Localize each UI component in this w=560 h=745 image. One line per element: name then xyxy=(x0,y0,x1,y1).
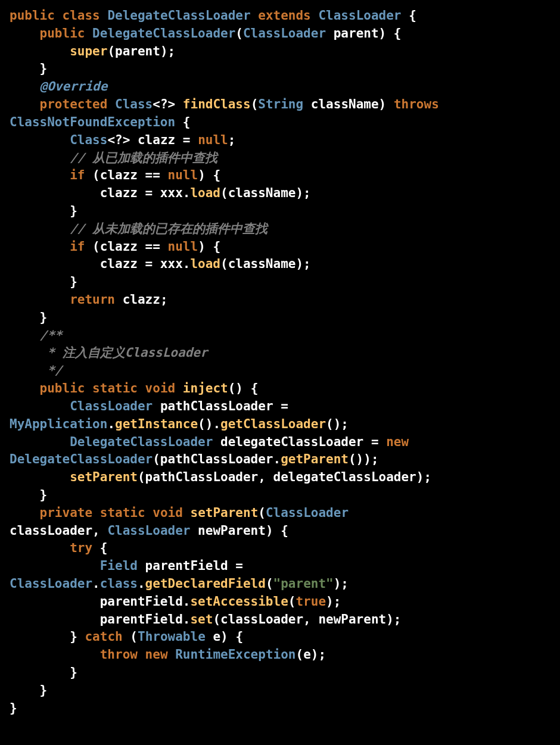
keyword-catch: catch xyxy=(85,629,122,644)
var: pathClassLoader = xyxy=(160,399,288,413)
args: (className); xyxy=(220,186,311,200)
comment: */ xyxy=(40,363,63,378)
method-call: setParent xyxy=(70,470,138,484)
assign: clazz = xxx. xyxy=(100,257,191,271)
args: (className); xyxy=(220,257,311,271)
method-call: getParent xyxy=(281,452,349,466)
paren: ) xyxy=(379,97,387,111)
param: newParent) { xyxy=(198,523,288,538)
literal-null: null xyxy=(168,239,198,254)
dot: . xyxy=(92,576,100,591)
type-name: Field xyxy=(100,559,138,573)
paren: ( xyxy=(258,506,266,520)
method-call: getInstance xyxy=(115,417,198,431)
type-name: Class xyxy=(115,97,153,111)
type-name: RuntimeException xyxy=(175,647,295,662)
method-call: set xyxy=(190,612,213,626)
param: parent xyxy=(334,26,379,40)
var: parentField. xyxy=(100,612,191,626)
type-name: DelegateClassLoader xyxy=(10,452,153,466)
brace: } xyxy=(10,701,17,715)
args: (classLoader, newParent); xyxy=(213,612,401,626)
method-call: getClassLoader xyxy=(220,417,326,431)
keyword-class: class xyxy=(63,8,100,23)
brace: } xyxy=(40,683,48,697)
type-name: ClassNotFoundException xyxy=(10,115,175,129)
brace: } xyxy=(70,275,77,289)
keyword-static: static xyxy=(100,506,145,520)
var: parentField. xyxy=(100,594,191,609)
var: delegateClassLoader = xyxy=(220,435,379,449)
method-name: setParent xyxy=(191,506,259,520)
super-call: super xyxy=(70,44,107,58)
type-name: ClassLoader xyxy=(10,576,92,591)
args: (pathClassLoader, delegateClassLoader); xyxy=(138,470,431,484)
paren: ) { xyxy=(379,26,402,40)
keyword-public: public xyxy=(40,26,85,40)
method-call: getDeclaredField xyxy=(145,576,266,591)
keyword-new: new xyxy=(386,435,409,449)
brace: } xyxy=(40,310,48,325)
brace: { xyxy=(183,115,191,129)
brace: { xyxy=(409,8,416,23)
param: e) { xyxy=(213,629,243,644)
keyword-void: void xyxy=(153,506,183,520)
keyword-if: if xyxy=(70,239,85,254)
comment: * 注入自定义ClassLoader xyxy=(40,345,208,360)
type-name: ClassLoader xyxy=(243,26,326,40)
param: className xyxy=(311,97,379,111)
args: (parent); xyxy=(107,44,175,58)
type-name: MyApplication xyxy=(10,417,107,431)
brace: { xyxy=(100,541,108,555)
keyword-extends: extends xyxy=(258,8,311,23)
paren: ( xyxy=(288,594,296,609)
method-call: load xyxy=(190,257,220,271)
dot: . xyxy=(107,417,115,431)
paren: (); xyxy=(326,417,349,431)
method-name: inject xyxy=(183,381,228,395)
method-call: load xyxy=(190,186,220,200)
method-call: setAccessible xyxy=(190,594,288,609)
keyword-void: void xyxy=(145,381,176,395)
keyword-throws: throws xyxy=(394,97,439,111)
generic: <?> xyxy=(153,97,175,111)
keyword-try: try xyxy=(70,541,92,555)
string-literal: "parent" xyxy=(273,576,334,591)
literal-null: null xyxy=(168,168,198,182)
annotation-override: @Override xyxy=(40,79,108,93)
paren: ); xyxy=(334,576,349,591)
keyword-throw: throw xyxy=(100,647,138,662)
keyword-return: return xyxy=(70,292,115,307)
paren: ( xyxy=(235,26,243,40)
paren: ); xyxy=(326,594,341,609)
brace: ) { xyxy=(198,168,220,182)
assign: clazz = xxx. xyxy=(100,186,191,200)
paren: (). xyxy=(198,417,220,431)
param: classLoader, xyxy=(10,523,100,538)
keyword-new: new xyxy=(145,647,168,662)
type-name: Throwable xyxy=(138,629,206,644)
keyword-protected: protected xyxy=(40,97,108,111)
type-name: ClassLoader xyxy=(107,523,190,538)
keyword-if: if xyxy=(70,168,85,182)
var: parentField = xyxy=(145,559,243,573)
brace: ) { xyxy=(198,239,220,254)
code-block: public class DelegateClassLoader extends… xyxy=(10,7,550,718)
dot: . xyxy=(138,576,145,591)
type-name: ClassLoader xyxy=(70,399,153,413)
literal-null: null xyxy=(198,133,228,147)
semi: ; xyxy=(228,133,236,147)
comment: // 从未加载的已存在的插件中查找 xyxy=(70,222,267,236)
keyword-private: private xyxy=(40,506,93,520)
brace: } xyxy=(40,488,48,502)
method-name: findClass xyxy=(183,97,251,111)
literal-true: true xyxy=(295,594,326,609)
var: clazz; xyxy=(123,292,168,307)
brace: } xyxy=(70,629,77,644)
paren: ( xyxy=(266,576,273,591)
brace: } xyxy=(70,665,77,679)
type-name: ClassLoader xyxy=(266,506,349,520)
keyword-public: public xyxy=(10,8,55,23)
generic: <?> xyxy=(107,133,130,147)
keyword-public: public xyxy=(40,381,85,395)
